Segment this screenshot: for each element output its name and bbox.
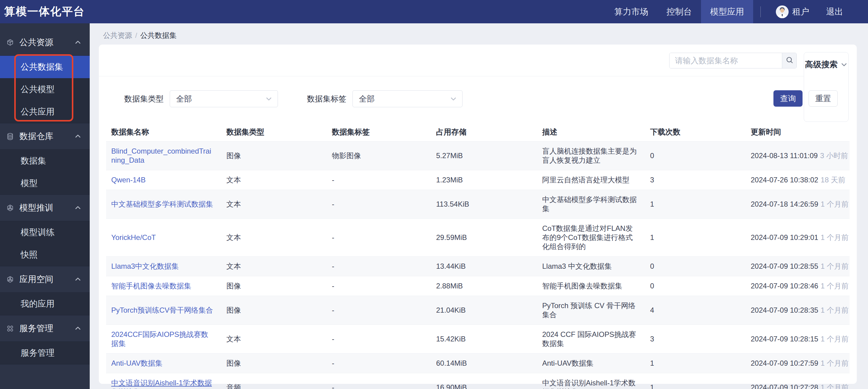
cell-dataset-type: 文本 bbox=[221, 190, 327, 219]
dataset-name-link[interactable]: Anti-UAV数据集 bbox=[111, 359, 162, 367]
sidebar-item-snapshot[interactable]: 快照 bbox=[0, 244, 90, 266]
cell-dataset-tag: - bbox=[327, 170, 431, 190]
search-input[interactable] bbox=[670, 53, 782, 68]
dataset-name-link[interactable]: 中文语音识别Aishell-1学术数据集训练集 bbox=[111, 379, 212, 389]
grid-icon bbox=[6, 324, 14, 333]
relative-time: 1 个月前 bbox=[821, 306, 848, 314]
sidebar-section-label: 应用空间 bbox=[20, 273, 74, 285]
cell-description: PyTorch 预训练 CV 骨干网络集合 bbox=[537, 296, 645, 325]
sidebar-item-models[interactable]: 模型 bbox=[0, 172, 90, 195]
cell-update-time: 2024-07-09 10:27:281 个月前 bbox=[746, 373, 849, 389]
cell-update-time: 2024-08-13 11:01:093 小时前 bbox=[746, 141, 849, 170]
cell-description: CoT数据集是通过对FLAN发布的9个CoT数据集进行格式化组合得到的 bbox=[537, 219, 645, 257]
chevron-up-icon bbox=[74, 204, 81, 211]
dataset-type-select[interactable]: 全部 bbox=[170, 90, 278, 107]
cell-storage: 2.88MiB bbox=[431, 276, 537, 296]
cell-downloads: 0 bbox=[645, 141, 746, 170]
sidebar-section-service-mgmt[interactable]: 服务管理 bbox=[0, 315, 90, 342]
sidebar-item-public-datasets[interactable]: 公共数据集 bbox=[0, 56, 90, 78]
chevron-down-icon bbox=[266, 95, 272, 102]
cell-storage: 13.44KiB bbox=[431, 257, 537, 276]
advanced-search-panel: 高级搜索 bbox=[804, 52, 848, 122]
update-time: 2024-07-18 14:26:59 bbox=[751, 200, 818, 208]
col-header-name: 数据集名称 bbox=[106, 124, 221, 141]
cell-storage: 113.54KiB bbox=[431, 190, 537, 219]
advanced-search-toggle[interactable]: 高级搜索 bbox=[804, 53, 848, 76]
sidebar-section-label: 公共资源 bbox=[20, 37, 74, 48]
dataset-name-link[interactable]: PyTorch预训练CV骨干网络集合 bbox=[111, 306, 213, 314]
sidebar-item-public-apps[interactable]: 公共应用 bbox=[0, 101, 90, 123]
dataset-name-link[interactable]: Qwen-14B bbox=[111, 176, 146, 184]
sidebar-section-label: 数据仓库 bbox=[20, 131, 74, 142]
cell-dataset-type: 图像 bbox=[221, 141, 327, 170]
dataset-name-link[interactable]: YorickHe/CoT bbox=[111, 233, 156, 241]
relative-time: 1 个月前 bbox=[821, 233, 848, 241]
dataset-tag-select[interactable]: 全部 bbox=[352, 90, 463, 107]
update-time: 2024-07-09 10:29:01 bbox=[751, 233, 818, 241]
sidebar-subgroup: 服务管理 bbox=[0, 342, 90, 364]
update-time: 2024-07-09 10:27:59 bbox=[751, 359, 818, 367]
cell-dataset-tag: - bbox=[327, 219, 431, 257]
cell-update-time: 2024-07-09 10:28:151 个月前 bbox=[746, 325, 849, 354]
dataset-name-link[interactable]: 中文基础模型多学科测试数据集 bbox=[111, 200, 213, 208]
database-icon bbox=[6, 132, 14, 140]
app-title: 算模一体化平台 bbox=[4, 4, 85, 19]
cell-downloads: 1 bbox=[645, 354, 746, 373]
query-button[interactable]: 查询 bbox=[773, 90, 803, 107]
dataset-type-value: 全部 bbox=[176, 94, 192, 104]
logout-button[interactable]: 退出 bbox=[817, 0, 852, 23]
reset-button[interactable]: 重置 bbox=[809, 90, 838, 107]
table-row: PyTorch预训练CV骨干网络集合图像-21.04KiBPyTorch 预训练… bbox=[106, 296, 849, 325]
nav-item-console[interactable]: 控制台 bbox=[657, 0, 701, 23]
cell-dataset-type: 音频 bbox=[221, 373, 327, 389]
molecule-icon bbox=[6, 275, 14, 284]
cell-update-time: 2024-07-09 10:28:461 个月前 bbox=[746, 276, 849, 296]
breadcrumb-separator: / bbox=[135, 31, 137, 39]
user-label: 租户 bbox=[792, 6, 809, 18]
sidebar-subgroup: 数据集 模型 bbox=[0, 149, 90, 195]
dataset-name-link[interactable]: 智能手机图像去噪数据集 bbox=[111, 282, 191, 290]
cell-storage: 5.27MiB bbox=[431, 141, 537, 170]
dataset-type-label: 数据集类型 bbox=[124, 94, 164, 104]
col-header-desc: 描述 bbox=[537, 124, 645, 141]
dataset-name-link[interactable]: Blind_Computer_combinedTraining_Data bbox=[111, 147, 211, 164]
nav-item-compute-market[interactable]: 算力市场 bbox=[605, 0, 657, 23]
avatar bbox=[776, 5, 788, 18]
search-button[interactable] bbox=[782, 53, 797, 68]
update-time: 2024-08-13 11:01:09 bbox=[751, 152, 818, 160]
cell-description: 智能手机图像去噪数据集 bbox=[537, 276, 645, 296]
sidebar-item-datasets[interactable]: 数据集 bbox=[0, 150, 90, 172]
sidebar-section-public-resources[interactable]: 公共资源 bbox=[0, 29, 90, 56]
sidebar-item-public-models[interactable]: 公共模型 bbox=[0, 78, 90, 101]
table-row: Qwen-14B文本-1.23MiB阿里云自然语言处理大模型32024-07-2… bbox=[106, 170, 849, 190]
chevron-down-icon bbox=[841, 61, 847, 68]
cell-dataset-type: 文本 bbox=[221, 325, 327, 354]
cell-dataset-tag: - bbox=[327, 190, 431, 219]
cell-dataset-name: PyTorch预训练CV骨干网络集合 bbox=[106, 296, 221, 325]
cell-storage: 15.42KiB bbox=[431, 325, 537, 354]
cell-dataset-tag: - bbox=[327, 296, 431, 325]
user-menu[interactable]: 租户 bbox=[768, 0, 817, 23]
sidebar-section-data-warehouse[interactable]: 数据仓库 bbox=[0, 123, 90, 149]
dataset-name-link[interactable]: Llama3中文化数据集 bbox=[111, 262, 179, 270]
relative-time: 1 个月前 bbox=[821, 262, 848, 270]
cell-update-time: 2024-07-09 10:29:011 个月前 bbox=[746, 219, 849, 257]
dataset-tag-value: 全部 bbox=[359, 94, 375, 104]
col-header-tag: 数据集标签 bbox=[327, 124, 431, 141]
breadcrumb-parent[interactable]: 公共资源 bbox=[103, 31, 132, 39]
sidebar-item-model-train[interactable]: 模型训练 bbox=[0, 221, 90, 244]
sidebar-section-model-training[interactable]: 模型推训 bbox=[0, 195, 90, 221]
sidebar-item-service-mgmt[interactable]: 服务管理 bbox=[0, 342, 90, 364]
cell-description: 中文语音识别Aishell-1学术数据集训练集 bbox=[537, 373, 645, 389]
cell-dataset-type: 文本 bbox=[221, 257, 327, 276]
nav-item-model-apps[interactable]: 模型应用 bbox=[701, 0, 753, 23]
dataset-name-link[interactable]: 2024CCF国际AIOPS挑战赛数据集 bbox=[111, 330, 208, 348]
chevron-up-icon bbox=[74, 276, 81, 283]
cell-update-time: 2024-07-09 10:28:551 个月前 bbox=[746, 257, 849, 276]
sidebar-item-my-apps[interactable]: 我的应用 bbox=[0, 293, 90, 315]
sidebar-section-app-space[interactable]: 应用空间 bbox=[0, 266, 90, 292]
cell-dataset-tag: - bbox=[327, 373, 431, 389]
cell-storage: 1.23MiB bbox=[431, 170, 537, 190]
search-group bbox=[669, 53, 797, 68]
sidebar-subgroup: 我的应用 bbox=[0, 292, 90, 315]
